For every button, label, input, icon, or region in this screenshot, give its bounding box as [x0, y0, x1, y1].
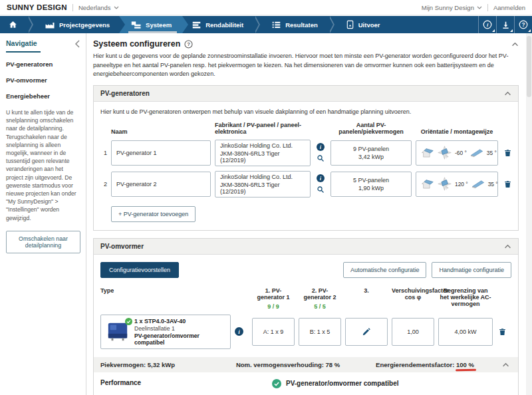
chevron-down-icon	[477, 6, 482, 9]
sidebar-collapse-icon[interactable]	[74, 40, 80, 48]
navbar-help-icon[interactable]: ?	[514, 16, 532, 33]
pv-generators-header[interactable]: PV-generatoren	[94, 86, 518, 102]
add-pv-generator-button[interactable]: + PV-generator toevoegen	[111, 206, 196, 222]
tab-systeem[interactable]: Systeem	[119, 16, 182, 33]
sidebar-title[interactable]: Navigatie	[6, 39, 41, 53]
login-link[interactable]: Aanmelden	[493, 4, 525, 11]
inverter-summary-bar: Piekvermogen: 5,32 kWp Nom. vermogensver…	[94, 357, 518, 372]
orientation-box[interactable]: -60 ° 35 °	[416, 140, 498, 166]
check-circle-icon	[272, 379, 281, 388]
tab-separator	[327, 16, 336, 33]
panel-search-icon[interactable]	[317, 186, 325, 194]
switch-detail-planning-button[interactable]: Omschakelen naar detailplanning	[6, 231, 80, 253]
column-ac-limit: Begrenzing van het werkelijke AC-vermoge…	[438, 287, 493, 307]
tab-rendabiliteit[interactable]: Rendabiliteit	[182, 16, 253, 33]
chevron-down-icon	[114, 6, 119, 9]
column-orientatie: Oriëntatie / montagewijze	[416, 128, 498, 135]
scrollbar-area	[524, 33, 532, 395]
inverter-row: 1 x STP4.0-3AV-40 Deelinstallatie 1 PV-g…	[100, 315, 511, 349]
row-index: 2	[100, 181, 107, 188]
home-icon	[8, 20, 18, 29]
svg-text:?: ?	[187, 41, 190, 47]
tab-label: Resultaten	[285, 21, 318, 29]
delete-generator-icon[interactable]	[502, 180, 513, 189]
sidebar-item-energiebeheer[interactable]: Energiebeheer	[6, 92, 80, 100]
energy-factor-value: 100 %	[456, 361, 474, 368]
tab-projectgegevens[interactable]: Projectgegevens	[35, 16, 119, 33]
generator-name-input[interactable]: PV-generator 2	[111, 172, 211, 197]
azimuth-compass-icon	[438, 146, 452, 160]
tab-separator	[26, 16, 35, 33]
orientation-box[interactable]: 120 ° 35 °	[416, 172, 498, 197]
tab-separator	[253, 16, 262, 33]
manual-configuration-button[interactable]: Handmatige configuratie	[432, 262, 511, 278]
chevron-up-icon[interactable]	[502, 362, 509, 367]
automatic-configuration-button[interactable]: Automatische configuratie	[343, 262, 427, 278]
brand-logo[interactable]: SUNNY DESIGN	[7, 3, 67, 11]
ac-limit-box[interactable]: 4,00 kW	[438, 318, 493, 346]
pv-inverter-panel: PV-omvormer Configuratievoorstellen Auto…	[93, 238, 519, 395]
navbar-download-icon[interactable]	[496, 16, 514, 33]
chevron-up-icon[interactable]	[504, 244, 511, 249]
language-selector[interactable]: Nederlands	[78, 4, 119, 11]
main-content: Systeem configureren ? Hier kunt u de ge…	[86, 33, 524, 395]
inverter-info-icon[interactable]: i	[235, 327, 243, 336]
pv-generators-intro: Hier kunt u de PV-generatoren ontwerpen …	[100, 108, 511, 115]
sidebar-note: U kunt te allen tijde van de snelplannin…	[6, 108, 80, 222]
panel-count-box[interactable]: 5 PV-panelen1,90 kWp	[331, 172, 412, 197]
pv-generators-table-header: Naam Fabrikant / PV-paneel / paneel-elek…	[100, 122, 511, 135]
tab-label: Projectgegevens	[59, 21, 110, 29]
column-fabrikant: Fabrikant / PV-paneel / paneel-elektroni…	[215, 122, 311, 135]
edit-assignment-box[interactable]	[345, 318, 388, 346]
language-label: Nederlands	[78, 4, 111, 11]
column-type: Type	[100, 287, 231, 294]
azimuth-compass-icon	[438, 177, 452, 191]
delete-generator-icon[interactable]	[502, 148, 513, 158]
account-menu[interactable]: Mijn Sunny Design	[422, 4, 482, 11]
energy-factor-summary: Energierendementsfactor: 100 %	[376, 361, 502, 368]
inverter-subtitle: Deelinstallatie 1	[134, 325, 225, 332]
panel-info-icon[interactable]: i	[317, 174, 325, 182]
divider	[487, 4, 488, 11]
help-icon[interactable]: ?	[184, 40, 193, 49]
tab-resultaten[interactable]: Resultaten	[262, 16, 327, 33]
panel-count-box[interactable]: 9 PV-panelen3,42 kWp	[331, 140, 412, 166]
tab-label: Rendabiliteit	[205, 21, 243, 29]
tab-home[interactable]	[0, 16, 26, 33]
delete-inverter-icon[interactable]	[497, 327, 507, 336]
panel-search-icon[interactable]	[317, 154, 325, 162]
roof-planning-icon[interactable]	[420, 146, 434, 159]
generator-name-input[interactable]: PV-generator 1	[111, 140, 211, 166]
panel-selection-box[interactable]: JinkoSolar Holding Co. Ltd.JKM-380N-6RL3…	[215, 171, 311, 198]
column-generator-3: 3.	[345, 287, 388, 294]
scrollbar-thumb[interactable]	[527, 36, 531, 97]
generator-2-assignment-box[interactable]: B: 1 x 5	[299, 318, 341, 346]
panel-selection-box[interactable]: JinkoSolar Holding Co. Ltd.JKM-380N-6RL3…	[215, 140, 311, 166]
column-aantal: Aantal PV-panelen/piekvermogen	[331, 122, 412, 135]
inverter-type-box[interactable]: 1 x STP4.0-3AV-40 Deelinstallatie 1 PV-g…	[100, 315, 231, 349]
collapse-page-icon[interactable]	[511, 42, 519, 47]
svg-text:i: i	[487, 22, 489, 28]
pv-generators-title: PV-generatoren	[100, 90, 150, 97]
inverter-table-header: Type 1. PV-generator 19 / 9 2. PV-genera…	[100, 287, 511, 310]
generator-1-assignment-box[interactable]: A: 1 x 9	[252, 318, 295, 346]
performance-panel: Performance Nom. vermogensverhouding: 78…	[100, 379, 263, 395]
tab-uitvoer[interactable]: Uitvoer	[336, 16, 390, 33]
cos-phi-box[interactable]: 1,00	[392, 318, 434, 346]
vertical-scrollbar[interactable]	[526, 33, 532, 395]
column-cos-phi: Verschuivingsfactor cos φ	[392, 287, 434, 301]
sidebar-item-pv-generatoren[interactable]: PV-generatoren	[6, 61, 80, 68]
roof-planning-icon[interactable]	[420, 178, 434, 190]
profitability-icon	[192, 21, 201, 29]
nav-actions: i?	[478, 16, 532, 33]
panel-info-icon[interactable]: i	[317, 143, 325, 151]
navbar-info-icon[interactable]: i	[478, 16, 496, 33]
tab-label: Systeem	[146, 21, 172, 29]
pv-inverter-header[interactable]: PV-omvormer	[94, 239, 518, 255]
top-header: SUNNY DESIGN Nederlands Mijn Sunny Desig…	[0, 0, 532, 15]
configuration-proposals-button[interactable]: Configuratievoorstellen	[100, 262, 179, 278]
chevron-up-icon[interactable]	[504, 91, 511, 96]
power-ratio-summary: Nom. vermogensverhouding: 78 %	[236, 361, 376, 368]
compatibility-panel: PV-generator/omvormer compatibel Paramet…	[272, 379, 511, 395]
sidebar-item-pv-omvormer[interactable]: PV-omvormer	[6, 76, 80, 84]
